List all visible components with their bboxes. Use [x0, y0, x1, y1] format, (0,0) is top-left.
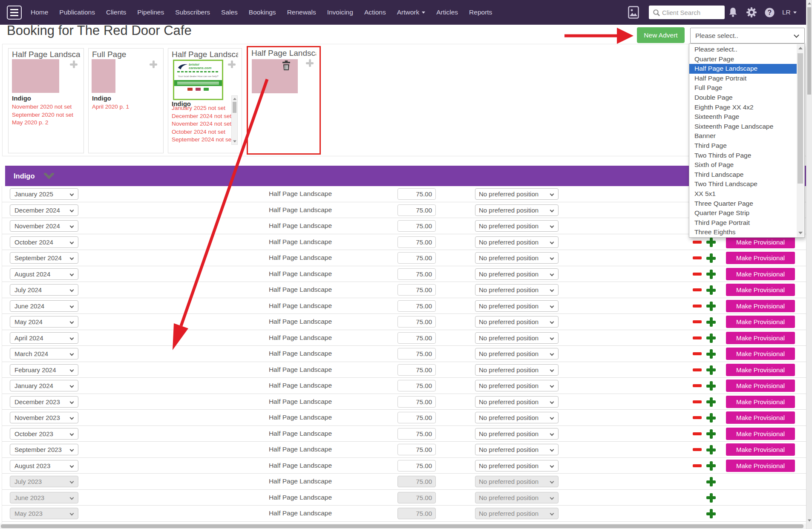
scrollbar-thumb[interactable]: [807, 7, 811, 95]
remove-booking-minus-icon[interactable]: [693, 336, 702, 339]
chevron-down-icon[interactable]: [44, 173, 54, 181]
size-option[interactable]: Sixteenth Page Landscape: [689, 122, 797, 132]
month-select[interactable]: August 2024: [10, 268, 78, 280]
month-select[interactable]: April 2024: [10, 332, 78, 344]
remove-booking-minus-icon[interactable]: [693, 352, 702, 355]
add-booking-plus-icon[interactable]: [706, 270, 716, 279]
month-select[interactable]: March 2024: [10, 348, 78, 359]
price-input[interactable]: [397, 380, 436, 391]
make-provisional-button[interactable]: Make Provisional: [726, 268, 795, 280]
user-menu[interactable]: LR: [782, 0, 797, 25]
add-booking-plus-icon[interactable]: [706, 397, 716, 407]
plus-icon[interactable]: [228, 60, 236, 68]
nav-item-home[interactable]: Home: [25, 0, 54, 25]
position-select[interactable]: No preferred position: [475, 460, 559, 472]
make-provisional-button[interactable]: Make Provisional: [726, 284, 795, 296]
remove-booking-minus-icon[interactable]: [693, 384, 702, 387]
add-booking-plus-icon[interactable]: [706, 381, 716, 391]
make-provisional-button[interactable]: Make Provisional: [726, 332, 795, 344]
add-booking-plus-icon[interactable]: [706, 253, 716, 263]
remove-booking-minus-icon[interactable]: [693, 256, 702, 259]
horizontal-scrollbar[interactable]: [0, 523, 806, 529]
bell-icon[interactable]: [728, 0, 738, 25]
make-provisional-button[interactable]: Make Provisional: [726, 428, 795, 440]
size-option[interactable]: Quarter Page: [689, 55, 797, 64]
price-input[interactable]: [397, 428, 436, 440]
nav-item-pipelines[interactable]: Pipelines: [132, 0, 170, 25]
price-input[interactable]: [397, 220, 436, 232]
vertical-scrollbar[interactable]: [806, 0, 812, 529]
add-booking-plus-icon[interactable]: [706, 493, 716, 503]
size-option[interactable]: Banner: [689, 131, 797, 141]
scroll-up-arrow-icon[interactable]: [808, 3, 811, 5]
position-select[interactable]: No preferred position: [475, 332, 559, 344]
month-select[interactable]: July 2024: [10, 284, 78, 296]
size-option[interactable]: Please select..: [689, 45, 797, 55]
add-booking-plus-icon[interactable]: [706, 509, 716, 518]
remove-booking-minus-icon[interactable]: [693, 400, 702, 403]
size-option[interactable]: XX 5x1: [689, 189, 797, 199]
position-select[interactable]: No preferred position: [475, 380, 559, 391]
position-select[interactable]: No preferred position: [475, 396, 559, 408]
scroll-down-arrow-icon[interactable]: [808, 520, 811, 522]
month-select[interactable]: October 2024: [10, 236, 78, 248]
position-select[interactable]: No preferred position: [475, 220, 559, 232]
price-input[interactable]: [397, 300, 436, 312]
remove-booking-minus-icon[interactable]: [693, 416, 702, 419]
size-option[interactable]: Third Page Portrait: [689, 218, 797, 228]
advert-card[interactable]: Full Page Indigo April 2020 p. 1: [88, 48, 164, 153]
add-booking-plus-icon[interactable]: [706, 317, 716, 327]
add-booking-plus-icon[interactable]: [706, 334, 716, 343]
position-select[interactable]: No preferred position: [475, 252, 559, 264]
price-input[interactable]: [397, 444, 436, 455]
remove-booking-minus-icon[interactable]: [693, 241, 702, 244]
nav-item-bookings[interactable]: Bookings: [243, 0, 282, 25]
advert-size-select[interactable]: Please select..: [690, 28, 805, 43]
size-option[interactable]: Eighth Page XX 4x2: [689, 103, 797, 112]
make-provisional-button[interactable]: Make Provisional: [726, 396, 795, 408]
remove-booking-minus-icon[interactable]: [693, 288, 702, 291]
nav-item-artwork[interactable]: Artwork: [392, 0, 431, 25]
price-input[interactable]: [397, 284, 436, 296]
add-booking-plus-icon[interactable]: [706, 349, 716, 359]
position-select[interactable]: No preferred position: [475, 268, 559, 280]
size-option[interactable]: Sixteenth Page: [689, 112, 797, 122]
position-select[interactable]: No preferred position: [475, 188, 559, 200]
scroll-down-arrow-icon[interactable]: [798, 232, 803, 234]
make-provisional-button[interactable]: Make Provisional: [726, 460, 795, 472]
size-option[interactable]: Third Page: [689, 141, 797, 151]
month-select[interactable]: May 2024: [10, 316, 78, 328]
month-select[interactable]: January 2024: [10, 380, 78, 391]
position-select[interactable]: No preferred position: [475, 236, 559, 248]
position-select[interactable]: No preferred position: [475, 348, 559, 359]
make-provisional-button[interactable]: Make Provisional: [726, 300, 795, 312]
size-option[interactable]: Double Page: [689, 93, 797, 103]
remove-booking-minus-icon[interactable]: [693, 320, 702, 323]
nav-item-actions[interactable]: Actions: [359, 0, 392, 25]
month-select[interactable]: November 2024: [10, 220, 78, 232]
month-select[interactable]: September 2023: [10, 444, 78, 455]
size-option[interactable]: Half Page Portrait: [689, 74, 797, 83]
make-provisional-button[interactable]: Make Provisional: [726, 364, 795, 376]
nav-item-clients[interactable]: Clients: [101, 0, 132, 25]
add-booking-plus-icon[interactable]: [706, 238, 716, 247]
price-input[interactable]: [397, 396, 436, 408]
dropdown-scrollbar[interactable]: [797, 44, 804, 237]
month-select[interactable]: December 2024: [10, 204, 78, 216]
remove-booking-minus-icon[interactable]: [693, 305, 702, 308]
nav-item-reports[interactable]: Reports: [464, 0, 498, 25]
make-provisional-button[interactable]: Make Provisional: [726, 443, 795, 456]
add-booking-plus-icon[interactable]: [706, 461, 716, 471]
scroll-up-arrow-icon[interactable]: [798, 47, 803, 49]
add-booking-plus-icon[interactable]: [706, 429, 716, 439]
size-option[interactable]: Half Page Landscape: [689, 64, 797, 74]
new-advert-button[interactable]: New Advert: [637, 27, 685, 43]
size-option[interactable]: Quarter Page Strip: [689, 208, 797, 218]
price-input[interactable]: [397, 332, 436, 344]
position-select[interactable]: No preferred position: [475, 284, 559, 296]
trash-icon[interactable]: [282, 60, 291, 72]
size-option[interactable]: Two Third Landscape: [689, 179, 797, 189]
price-input[interactable]: [397, 348, 436, 359]
position-select[interactable]: No preferred position: [475, 364, 559, 376]
position-select[interactable]: No preferred position: [475, 444, 559, 455]
